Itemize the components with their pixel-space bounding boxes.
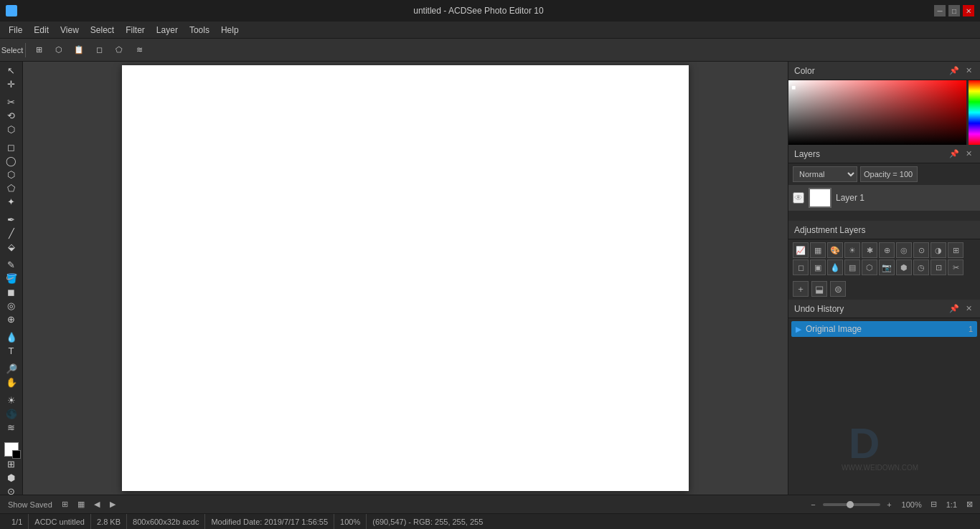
hue-bar[interactable] [969, 80, 980, 145]
color-panel-controls: 📌 ✕ [948, 65, 974, 77]
tool-hand[interactable]: ✋ [2, 376, 21, 389]
toolbar-btn-6[interactable]: ≋ [130, 42, 149, 59]
layers-pin-button[interactable]: 📌 [948, 148, 960, 160]
menu-tools[interactable]: Tools [184, 24, 215, 37]
layer-item[interactable]: 👁 Layer 1 [788, 185, 980, 211]
tool-filter-effects[interactable]: ⬢ [2, 472, 21, 484]
zoom-in-button[interactable]: + [883, 498, 896, 511]
layer-name: Layer 1 [836, 193, 864, 203]
adj-vibrance[interactable]: ◎ [896, 242, 912, 258]
toolbar-btn-5[interactable]: ⬠ [110, 42, 128, 59]
adj-channel-mix[interactable]: ▣ [810, 259, 826, 275]
adj-photo-filter[interactable]: 📷 [879, 259, 895, 275]
tool-crop[interactable]: ✂ [2, 96, 21, 108]
minimize-button[interactable]: ─ [934, 5, 946, 16]
tool-line[interactable]: ╱ [2, 227, 21, 239]
adj-shadow[interactable]: 💧 [827, 259, 843, 275]
tool-pen[interactable]: ✒ [2, 214, 21, 226]
menu-help[interactable]: Help [215, 24, 245, 37]
maximize-button[interactable]: □ [948, 5, 960, 16]
adj-posterize[interactable]: ◻ [793, 259, 809, 275]
color-pin-button[interactable]: 📌 [948, 65, 960, 77]
right-panel: Color 📌 ✕ ■ Layers 📌 ✕ [788, 62, 980, 495]
tool-magic-wand[interactable]: ✦ [2, 196, 21, 208]
tool-shape[interactable]: ⬙ [2, 241, 21, 253]
menu-filter[interactable]: Filter [120, 24, 151, 37]
adj-selective[interactable]: ⬡ [862, 259, 877, 275]
tool-selection-ellipse[interactable]: ◯ [2, 155, 21, 167]
layer-visibility-button[interactable]: 👁 [793, 192, 804, 204]
tool-warp[interactable]: ⬡ [2, 123, 21, 135]
tool-dodge[interactable]: ☀ [2, 394, 21, 406]
adj-color-lookup[interactable]: ⬢ [896, 259, 912, 275]
color-close-button[interactable]: ✕ [963, 65, 974, 77]
prev-button[interactable]: ◀ [90, 498, 103, 511]
histogram-icon[interactable]: ▦ [75, 498, 88, 511]
adj-exposure[interactable]: ◷ [913, 259, 929, 275]
tool-arrow[interactable]: ↖ [2, 65, 21, 77]
adj-color-balance[interactable]: ⊕ [879, 242, 895, 258]
adj-threshold[interactable]: ⊞ [948, 242, 963, 258]
adj-brightness[interactable]: ☀ [844, 242, 860, 258]
color-gradient[interactable]: ■ [788, 80, 980, 145]
adj-group-button[interactable]: ⬓ [811, 281, 827, 297]
tool-eyedropper[interactable]: 💧 [2, 331, 21, 343]
menu-edit[interactable]: Edit [28, 24, 55, 37]
tool-patterns[interactable]: ⊙ [2, 485, 21, 495]
adj-curves[interactable]: 📈 [793, 242, 809, 258]
adj-hsl[interactable]: 🎨 [827, 242, 843, 258]
undo-pin-button[interactable]: 📌 [948, 303, 960, 315]
adj-solid-color[interactable]: ⊡ [930, 259, 946, 275]
adj-saturation[interactable]: ⊙ [913, 242, 929, 258]
adj-gradient-map[interactable]: ▤ [844, 259, 860, 275]
select-tab[interactable]: Select [3, 42, 22, 59]
canvas-area[interactable] [23, 62, 788, 495]
layers-close-button[interactable]: ✕ [963, 148, 974, 160]
adj-auto[interactable]: ✱ [862, 242, 877, 258]
undo-close-button[interactable]: ✕ [963, 303, 974, 315]
tool-text[interactable]: T [2, 345, 21, 357]
tool-lasso[interactable]: ⬡ [2, 168, 21, 181]
adj-levels[interactable]: ▦ [810, 242, 826, 258]
menu-layer[interactable]: Layer [151, 24, 184, 37]
tool-transform[interactable]: ⟲ [2, 110, 21, 122]
tool-zoom[interactable]: 🔎 [2, 363, 21, 375]
zoom-actual-button[interactable]: ⊠ [963, 498, 976, 511]
close-button[interactable]: ✕ [963, 5, 974, 16]
undo-item[interactable]: ▶ Original Image 1 [791, 321, 977, 337]
show-saved-button[interactable]: Show Saved [4, 499, 56, 510]
adj-delete-button[interactable]: ⊜ [830, 281, 846, 297]
grid-icon[interactable]: ⊞ [59, 498, 72, 511]
toolbar-btn-3[interactable]: 📋 [70, 42, 88, 59]
tool-eraser[interactable]: ◼ [2, 286, 21, 298]
zoom-fit-button[interactable]: ⊟ [928, 498, 941, 511]
toolbar-btn-1[interactable]: ⊞ [29, 42, 48, 59]
tool-burn[interactable]: 🌑 [2, 408, 21, 420]
toolbar-btn-2[interactable]: ⬡ [50, 42, 68, 59]
window-controls: ─ □ ✕ [934, 5, 974, 16]
adj-add-button[interactable]: + [793, 281, 809, 297]
adj-invert[interactable]: ◑ [930, 242, 946, 258]
undo-play-icon: ▶ [796, 325, 801, 334]
tool-clone[interactable]: ◎ [2, 300, 21, 312]
next-button[interactable]: ▶ [106, 498, 119, 511]
tool-blur[interactable]: ≋ [2, 421, 21, 434]
tool-move[interactable]: ✛ [2, 78, 21, 90]
adj-pattern[interactable]: ✂ [948, 259, 963, 275]
tool-brush[interactable]: ✎ [2, 259, 21, 271]
menu-select[interactable]: Select [85, 24, 120, 37]
tool-heal[interactable]: ⊕ [2, 313, 21, 325]
menu-file[interactable]: File [3, 24, 28, 37]
adj-panel-title: Adjustment Layers [794, 225, 865, 235]
tool-poly-lasso[interactable]: ⬠ [2, 182, 21, 194]
menu-view[interactable]: View [55, 24, 85, 37]
tool-fill[interactable]: 🪣 [2, 272, 21, 285]
zoom-out-button[interactable]: − [807, 498, 820, 511]
tool-selection-rect[interactable]: ◻ [2, 141, 21, 153]
tool-color-settings[interactable]: ⊞ [2, 458, 21, 470]
zoom-slider[interactable] [823, 503, 880, 506]
opacity-input[interactable]: Opacity = 100 [860, 166, 918, 182]
tools-panel: ↖ ✛ ✂ ⟲ ⬡ ◻ ◯ ⬡ ⬠ ✦ ✒ ╱ ⬙ ✎ 🪣 ◼ ◎ ⊕ 💧 T … [0, 62, 23, 495]
toolbar-btn-4[interactable]: ◻ [90, 42, 108, 59]
blend-mode-select[interactable]: Normal Multiply Screen Overlay [793, 166, 857, 182]
